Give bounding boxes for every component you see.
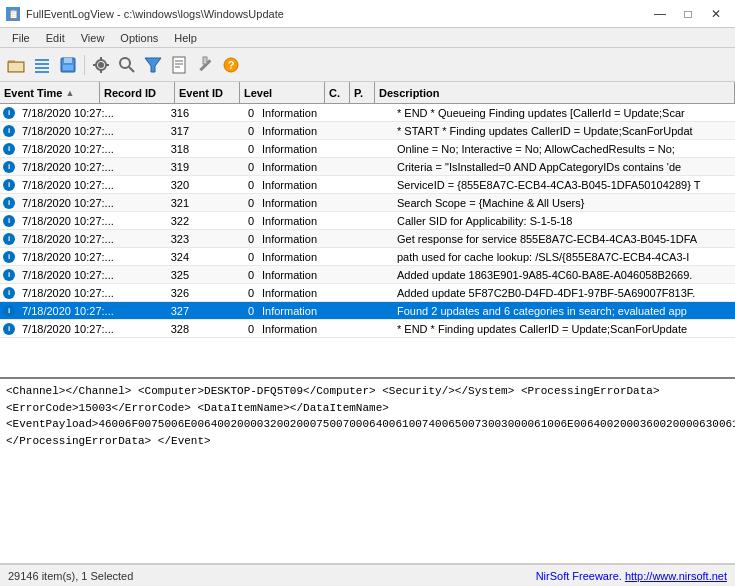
toolbar-filter[interactable]: [141, 53, 165, 77]
cell-level: Information: [258, 268, 343, 282]
cell-record: 318: [118, 142, 193, 156]
col-header-c[interactable]: C.: [325, 82, 350, 103]
cell-level: Information: [258, 160, 343, 174]
cell-record: 325: [118, 268, 193, 282]
cell-time: 7/18/2020 10:27:...: [18, 250, 118, 264]
table-row[interactable]: i 7/18/2020 10:27:... 317 0 Information …: [0, 122, 735, 140]
cell-record: 328: [118, 322, 193, 336]
row-icon: i: [2, 142, 16, 156]
titlebar-left: 📋 FullEventLogView - c:\windows\logs\Win…: [6, 7, 284, 21]
statusbar: 29146 item(s), 1 Selected NirSoft Freewa…: [0, 564, 735, 586]
cell-c: [343, 184, 368, 186]
menu-edit[interactable]: Edit: [38, 30, 73, 46]
table-row[interactable]: i 7/18/2020 10:27:... 328 0 Information …: [0, 320, 735, 338]
cell-desc: Online = No; Interactive = No; AllowCach…: [393, 142, 735, 156]
cell-time: 7/18/2020 10:27:...: [18, 286, 118, 300]
cell-record: 316: [118, 106, 193, 120]
cell-c: [343, 256, 368, 258]
close-button[interactable]: ✕: [703, 4, 729, 24]
brand-text: NirSoft Freeware.: [536, 570, 622, 582]
row-icon: i: [2, 106, 16, 120]
cell-c: [343, 130, 368, 132]
cell-desc: Added update 5F87C2B0-D4FD-4DF1-97BF-5A6…: [393, 286, 735, 300]
col-header-desc[interactable]: Description: [375, 82, 735, 103]
cell-record: 319: [118, 160, 193, 174]
table-row[interactable]: i 7/18/2020 10:27:... 319 0 Information …: [0, 158, 735, 176]
cell-time: 7/18/2020 10:27:...: [18, 124, 118, 138]
detail-area[interactable]: <Channel></Channel> <Computer>DESKTOP-DF…: [0, 379, 735, 564]
row-icon: i: [2, 250, 16, 264]
table-row[interactable]: i 7/18/2020 10:27:... 323 0 Information …: [0, 230, 735, 248]
table-body[interactable]: i 7/18/2020 10:27:... 316 0 Information …: [0, 104, 735, 377]
menu-file[interactable]: File: [4, 30, 38, 46]
toolbar-help[interactable]: ?: [219, 53, 243, 77]
cell-level: Information: [258, 322, 343, 336]
cell-record: 326: [118, 286, 193, 300]
table-row[interactable]: i 7/18/2020 10:27:... 324 0 Information …: [0, 248, 735, 266]
toolbar-open[interactable]: [4, 53, 28, 77]
cell-c: [343, 202, 368, 204]
col-header-level[interactable]: Level: [240, 82, 325, 103]
table-row[interactable]: i 7/18/2020 10:27:... 321 0 Information …: [0, 194, 735, 212]
col-header-time[interactable]: Event Time ▲: [0, 82, 100, 103]
menu-options[interactable]: Options: [112, 30, 166, 46]
cell-desc: * END * Finding updates CallerID = Updat…: [393, 322, 735, 336]
svg-rect-8: [64, 58, 72, 63]
cell-desc: * END * Queueing Finding updates [Caller…: [393, 106, 735, 120]
svg-point-16: [120, 58, 130, 68]
col-header-record[interactable]: Record ID: [100, 82, 175, 103]
cell-desc: path used for cache lookup: /SLS/{855E8A…: [393, 250, 735, 264]
cell-desc: Added update 1863E901-9A85-4C60-BA8E-A04…: [393, 268, 735, 282]
cell-time: 7/18/2020 10:27:...: [18, 196, 118, 210]
table-row[interactable]: i 7/18/2020 10:27:... 320 0 Information …: [0, 176, 735, 194]
cell-desc: * START * Finding updates CallerID = Upd…: [393, 124, 735, 138]
cell-level: Information: [258, 196, 343, 210]
col-header-p[interactable]: P.: [350, 82, 375, 103]
toolbar-search[interactable]: [115, 53, 139, 77]
maximize-button[interactable]: □: [675, 4, 701, 24]
cell-level: Information: [258, 124, 343, 138]
cell-level: Information: [258, 250, 343, 264]
svg-rect-19: [173, 57, 185, 73]
cell-p: [368, 112, 393, 114]
status-count: 29146 item(s), 1 Selected: [8, 570, 133, 582]
svg-rect-6: [35, 71, 49, 73]
menu-help[interactable]: Help: [166, 30, 205, 46]
row-icon: i: [2, 160, 16, 174]
brand-url[interactable]: http://www.nirsoft.net: [625, 570, 727, 582]
cell-time: 7/18/2020 10:27:...: [18, 106, 118, 120]
main-content: Event Time ▲ Record ID Event ID Level C.…: [0, 82, 735, 586]
cell-p: [368, 202, 393, 204]
cell-record: 321: [118, 196, 193, 210]
cell-event: 0: [193, 106, 258, 120]
cell-record: 327: [118, 304, 193, 318]
svg-rect-9: [63, 65, 73, 70]
table-row[interactable]: i 7/18/2020 10:27:... 318 0 Information …: [0, 140, 735, 158]
col-header-event[interactable]: Event ID: [175, 82, 240, 103]
menu-view[interactable]: View: [73, 30, 113, 46]
cell-level: Information: [258, 232, 343, 246]
cell-desc: Caller SID for Applicability: S-1-5-18: [393, 214, 735, 228]
cell-p: [368, 328, 393, 330]
cell-level: Information: [258, 304, 343, 318]
cell-c: [343, 328, 368, 330]
table-row[interactable]: i 7/18/2020 10:27:... 325 0 Information …: [0, 266, 735, 284]
table-row[interactable]: i 7/18/2020 10:27:... 322 0 Information …: [0, 212, 735, 230]
toolbar-save[interactable]: [56, 53, 80, 77]
table-row[interactable]: i 7/18/2020 10:27:... 327 0 Information …: [0, 302, 735, 320]
toolbar-tools[interactable]: [193, 53, 217, 77]
cell-c: [343, 166, 368, 168]
cell-time: 7/18/2020 10:27:...: [18, 232, 118, 246]
table-row[interactable]: i 7/18/2020 10:27:... 316 0 Information …: [0, 104, 735, 122]
table-row[interactable]: i 7/18/2020 10:27:... 326 0 Information …: [0, 284, 735, 302]
minimize-button[interactable]: —: [647, 4, 673, 24]
sort-arrow-time: ▲: [66, 88, 75, 98]
toolbar-list[interactable]: [30, 53, 54, 77]
svg-point-10: [98, 62, 104, 68]
toolbar-settings[interactable]: [89, 53, 113, 77]
cell-p: [368, 130, 393, 132]
toolbar-report[interactable]: [167, 53, 191, 77]
window-title: FullEventLogView - c:\windows\logs\Windo…: [26, 8, 284, 20]
row-icon: i: [2, 196, 16, 210]
row-icon: i: [2, 232, 16, 246]
